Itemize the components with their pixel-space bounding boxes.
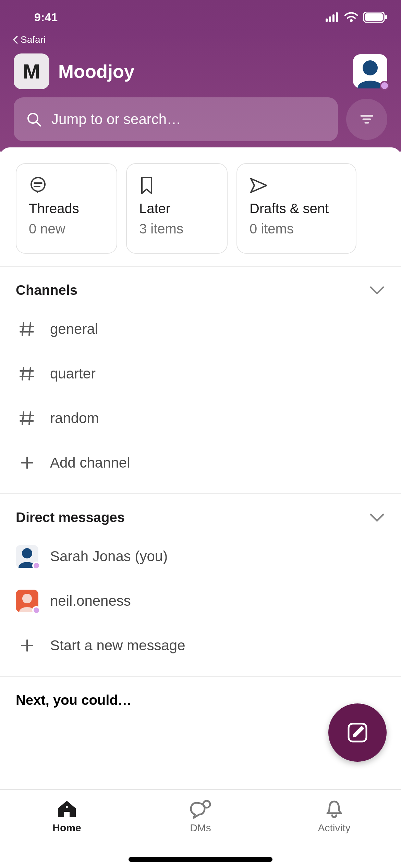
avatar (16, 590, 38, 612)
nav-label: DMs (190, 822, 211, 834)
chevron-down-icon (369, 285, 385, 296)
profile-avatar[interactable] (353, 54, 387, 88)
card-sub: 0 items (250, 221, 343, 237)
card-sub: 0 new (29, 221, 104, 237)
svg-line-18 (29, 323, 31, 335)
home-icon (57, 799, 77, 819)
dms-icon (190, 799, 211, 819)
svg-point-14 (31, 178, 45, 191)
channel-name: general (50, 321, 98, 337)
dm-name: neil.oneness (50, 593, 131, 609)
svg-point-36 (66, 806, 68, 808)
svg-line-22 (29, 367, 31, 380)
screen: 9:41 Safari M Moodjoy (0, 0, 401, 868)
compose-fab[interactable] (328, 703, 387, 762)
chevron-down-icon (369, 513, 385, 523)
card-sub: 3 items (139, 221, 215, 237)
back-app-label: Safari (21, 34, 46, 45)
dms-title: Direct messages (16, 510, 125, 525)
svg-point-37 (203, 801, 210, 808)
svg-line-10 (37, 122, 40, 126)
svg-line-25 (22, 412, 24, 424)
svg-rect-3 (336, 12, 338, 22)
card-title: Later (139, 201, 215, 216)
dm-item[interactable]: neil.oneness (16, 579, 385, 623)
content[interactable]: Threads 0 new Later 3 items Drafts & sen… (0, 147, 401, 789)
card-title: Drafts & sent (250, 201, 343, 216)
filter-button[interactable] (346, 99, 387, 140)
channels-title: Channels (16, 282, 77, 298)
card-threads[interactable]: Threads 0 new (16, 163, 117, 254)
back-chevron-icon (12, 36, 19, 44)
dm-name: Sarah Jonas (you) (50, 548, 168, 565)
filter-icon (359, 111, 375, 128)
dm-item[interactable]: Sarah Jonas (you) (16, 534, 385, 579)
add-channel[interactable]: Add channel (16, 441, 385, 485)
svg-rect-1 (329, 16, 331, 22)
svg-point-32 (22, 594, 32, 603)
search-icon (26, 111, 42, 127)
card-later[interactable]: Later 3 items (126, 163, 228, 254)
compose-icon (346, 721, 369, 744)
battery-icon (363, 12, 387, 23)
svg-point-8 (363, 60, 378, 75)
svg-rect-6 (365, 13, 383, 21)
avatar (16, 545, 38, 568)
search-row: Jump to or search… (14, 97, 387, 141)
back-to-safari[interactable]: Safari (0, 34, 401, 49)
svg-line-26 (29, 412, 31, 424)
nav-dms[interactable]: DMs (134, 799, 267, 834)
add-channel-label: Add channel (50, 455, 130, 471)
status-bar: 9:41 (0, 0, 401, 34)
channels-header[interactable]: Channels (16, 282, 385, 298)
nav-label: Home (52, 822, 81, 834)
status-time: 9:41 (34, 11, 58, 24)
channel-name: random (50, 410, 99, 426)
svg-rect-7 (385, 15, 387, 19)
card-drafts[interactable]: Drafts & sent 0 items (236, 163, 356, 254)
channel-name: quarter (50, 365, 96, 382)
nav-activity[interactable]: Activity (267, 799, 401, 834)
next-title: Next, you could… (16, 692, 385, 708)
plus-icon (16, 451, 38, 474)
plus-icon (16, 634, 38, 657)
svg-point-31 (22, 548, 32, 558)
threads-icon (29, 175, 104, 196)
dm-avatar-slot (16, 545, 38, 568)
send-icon (250, 175, 343, 196)
start-new-dm[interactable]: Start a new message (16, 623, 385, 668)
svg-point-4 (350, 19, 353, 22)
channel-item[interactable]: general (16, 307, 385, 351)
presence-indicator (32, 606, 40, 614)
svg-rect-2 (332, 14, 335, 22)
search-input[interactable]: Jump to or search… (14, 97, 338, 141)
bottom-nav: Home DMs Activity (0, 789, 401, 868)
channel-item[interactable]: random (16, 396, 385, 441)
hash-icon (16, 362, 38, 385)
cellular-icon (326, 12, 339, 22)
channel-item[interactable]: quarter (16, 351, 385, 396)
wifi-icon (344, 12, 359, 22)
nav-label: Activity (318, 822, 350, 834)
workspace-name[interactable]: Moodjoy (58, 61, 344, 82)
hash-icon (16, 318, 38, 340)
search-placeholder: Jump to or search… (51, 111, 181, 128)
home-indicator[interactable] (129, 857, 272, 862)
dms-section: Direct messages Sarah Jonas (you) (0, 494, 401, 677)
quick-cards-row[interactable]: Threads 0 new Later 3 items Drafts & sen… (0, 147, 401, 267)
bookmark-icon (139, 175, 215, 196)
workspace-initial: M (23, 60, 40, 83)
channels-section: Channels general quarter (0, 267, 401, 494)
presence-indicator (380, 81, 389, 91)
bell-icon (325, 799, 344, 819)
dms-header[interactable]: Direct messages (16, 510, 385, 525)
header: M Moodjoy Jump to or search… (0, 49, 401, 152)
card-title: Threads (29, 201, 104, 216)
header-top: M Moodjoy (14, 53, 387, 89)
svg-rect-0 (326, 19, 328, 22)
workspace-icon[interactable]: M (14, 53, 49, 89)
start-dm-label: Start a new message (50, 637, 185, 654)
presence-indicator (32, 562, 40, 570)
hash-icon (16, 407, 38, 430)
nav-home[interactable]: Home (0, 799, 134, 834)
